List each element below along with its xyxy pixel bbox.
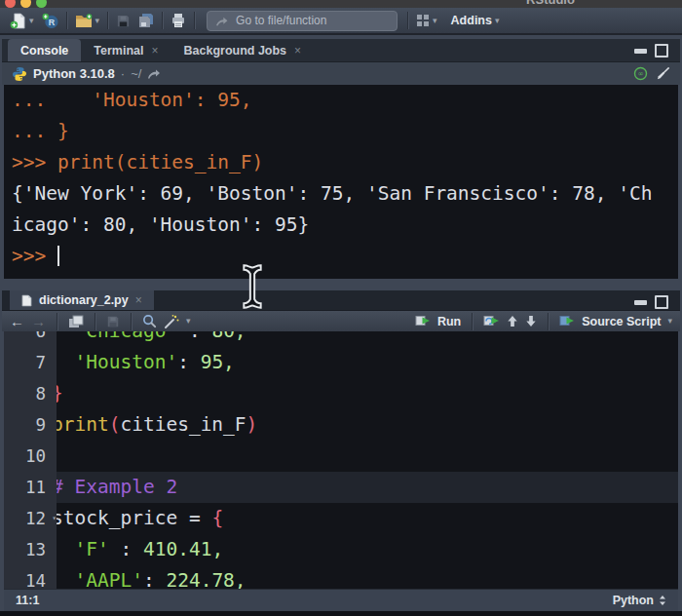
line-number: 14 [4,565,57,589]
line-number: 8 [4,378,57,409]
save-all-button[interactable] [134,11,158,30]
console-line: {'New York': 69, 'Boston': 75, 'San Fran… [12,178,678,210]
maximize-pane-icon[interactable] [655,295,668,309]
new-project-button[interactable]: R [38,11,62,31]
console-line: icago': 80, 'Houston': 95} [12,210,678,241]
console-tab-terminal[interactable]: Terminal× [81,39,170,61]
bottom-edge [0,611,682,616]
line-number: 13 [4,534,57,565]
editor-line[interactable]: 'AAPL': 224.78, [4,565,678,589]
close-window-icon[interactable] [5,0,16,8]
toolbar-separator [107,12,108,29]
save-button[interactable] [112,12,134,30]
toolbar-separator [548,313,549,330]
editor-toolbar: ← → ▾ Run Source Script ▾ [2,311,680,331]
chevron-down-icon[interactable]: ▾ [95,17,100,25]
editor-line[interactable]: stock_price = { [4,503,678,534]
toolbar-separator [95,313,95,330]
editor-line[interactable]: 'Chicago' : 80, [4,331,678,347]
editor-line[interactable]: } [4,378,678,409]
working-directory[interactable]: ~/ [131,66,141,81]
addins-grid-button[interactable]: ▾ [412,12,441,29]
tab-label: Terminal [94,44,143,58]
open-file-button[interactable]: ▾ [71,12,104,30]
editor-gutter: 6789101112▾1314 [4,331,57,589]
minimize-pane-icon[interactable] [634,300,647,305]
console-tab-bar: ConsoleTerminal×Background Jobs× [2,39,680,62]
toolbar-separator [66,12,67,29]
print-button[interactable] [167,11,190,30]
clear-console-broom-icon[interactable] [656,66,670,81]
python-logo-icon [12,66,27,82]
console-line: >>> print(cities_in_F) [12,147,678,178]
goto-file-search[interactable] [207,11,398,31]
new-project-icon: R [42,13,58,29]
console-runtime-label: Python 3.10.8 [33,66,115,81]
editor-line[interactable]: 'Houston': 95, [4,347,678,378]
console-line: >>> [12,241,678,272]
file-icon [21,294,32,307]
console-tab-background-jobs[interactable]: Background Jobs× [171,39,315,61]
line-number: 7 [4,347,57,378]
open-in-new-window-icon[interactable] [68,315,84,328]
line-number: 11 [4,472,57,503]
language-mode[interactable]: Python [613,594,654,607]
line-number: 9 [4,409,57,441]
run-button[interactable]: Run [437,315,461,328]
toolbar-separator [194,12,195,29]
addins-button[interactable]: Addins ▾ [447,12,504,29]
find-replace-icon[interactable] [142,314,157,328]
chevron-down-icon[interactable]: ▾ [667,317,672,326]
goto-file-input[interactable] [234,13,364,28]
toolbar-separator [131,313,132,330]
tab-close-icon[interactable]: × [151,44,158,58]
toolbar-separator [57,313,57,330]
chevron-down-icon[interactable]: ▾ [186,317,191,326]
chevron-down-icon[interactable]: ▾ [433,17,437,25]
zoom-window-icon[interactable] [36,0,47,8]
line-number: 6 [4,331,57,347]
open-folder-icon [75,14,93,28]
editor-tab-bar: dictionary_2.py × [2,290,680,311]
print-icon [170,13,186,28]
open-directory-arrow-icon[interactable] [147,69,161,79]
editor-line[interactable]: print(cities_in_F) [4,409,678,441]
line-number: 12▾ [4,503,57,534]
editor-tab-dictionary-2[interactable]: dictionary_2.py × [10,290,154,310]
maximize-pane-icon[interactable] [655,44,668,58]
fold-icon[interactable]: ▾ [52,503,57,534]
console-output-area[interactable]: ... 'Houston': 95,... }>>> print(cities_… [4,85,678,279]
save-icon[interactable] [106,315,120,328]
source-icon [559,315,575,327]
tab-label: Background Jobs [184,44,287,58]
back-icon[interactable]: ← [10,314,24,328]
new-file-button[interactable]: ▾ [6,11,38,31]
minimize-pane-icon[interactable] [634,49,647,54]
tab-close-icon[interactable]: × [294,44,301,58]
svg-text:R: R [48,17,55,26]
session-status-icon: ∞ [633,66,648,81]
editor-line[interactable] [4,441,678,472]
rerun-icon[interactable] [483,315,500,327]
chevron-down-icon[interactable]: ▾ [29,17,34,25]
source-script-button[interactable]: Source Script [582,315,661,328]
toolbar-separator [407,12,408,29]
svg-text:∞: ∞ [637,69,643,78]
editor-line[interactable]: # Example 2 [4,472,678,503]
editor-code-area[interactable]: 'Chicago' : 80, 'Houston': 95,}print(cit… [4,331,678,589]
console-tab-console[interactable]: Console [8,39,81,61]
main-toolbar: ▾ R ▾ ▾ Addins ▾ [0,8,682,35]
cursor-position[interactable]: 11:1 [16,594,39,607]
editor-status-bar: 11:1 Python [4,589,678,611]
language-stepper-icon[interactable] [659,595,666,606]
previous-chunk-up-icon[interactable] [507,315,518,327]
code-tools-wand-icon[interactable] [164,314,179,329]
grid-icon [416,14,430,27]
minimize-window-icon[interactable] [20,0,31,8]
editor-line[interactable]: 'F' : 410.41, [4,534,678,565]
tab-close-icon[interactable]: × [135,293,142,307]
save-icon [116,14,131,28]
line-number: 10 [4,441,57,472]
ibeam-mouse-cursor [240,263,265,310]
next-chunk-down-icon[interactable] [525,315,537,327]
